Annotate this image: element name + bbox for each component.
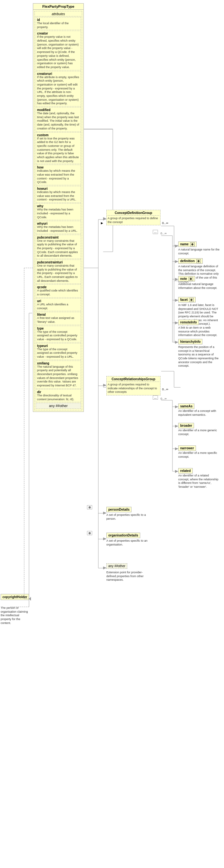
concept-relationships-group: 0...∞ ConceptRelationshipsGroup A group … bbox=[106, 376, 160, 396]
attr-xmllang-name: xmllang bbox=[37, 362, 80, 365]
attr-type: type The type of the concept assigned as… bbox=[36, 326, 81, 342]
crg-item-related-desc: An identifier of a related concept, wher… bbox=[178, 474, 220, 489]
cdg-expand-btn[interactable]: ... bbox=[153, 230, 158, 234]
any-other-bottom-desc: Extension point for provider-defined pro… bbox=[106, 571, 151, 582]
copyright-holder-box: copyrightHolder bbox=[1, 594, 29, 600]
copyright-holder-desc: The person or organisation claiming the … bbox=[1, 606, 29, 625]
attributes-section: attributes id The local identifier of th… bbox=[35, 11, 82, 410]
organisation-details-box: organisationDetails bbox=[106, 533, 140, 538]
attr-dir: dir The directionality of textual conten… bbox=[36, 389, 81, 402]
attr-literal-desc: A free-text value assigned as 'literary'… bbox=[37, 316, 80, 324]
cdg-item-hierarchyinfo: hierarchyInfo bbox=[178, 339, 202, 344]
attr-creatoruri-name: creatoruri bbox=[37, 72, 80, 75]
person-details-box: personDetails bbox=[106, 507, 132, 512]
cdg-item-definition: definition ⊕ bbox=[178, 258, 203, 264]
attr-how: how Indicates by which means the value w… bbox=[36, 165, 81, 185]
crg-item-narrower: narrower bbox=[178, 445, 196, 451]
crg-item-broader: broader bbox=[178, 423, 194, 428]
diagram-wrapper: FlexPartyPropType attributes id The loca… bbox=[0, 0, 224, 868]
crg-conn-mult: 0...∞ bbox=[160, 397, 166, 400]
attr-dir-name: dir bbox=[37, 390, 80, 394]
attr-creator-name: creator bbox=[37, 32, 80, 35]
attr-id-desc: The local identifier of the property. bbox=[37, 22, 80, 29]
svg-marker-67 bbox=[175, 245, 178, 248]
attr-howuri-name: howuri bbox=[37, 187, 80, 190]
attr-pubconstrainturi-desc: One or many constraints that apply to pu… bbox=[37, 264, 80, 283]
attr-creatoruri: creatoruri If the attribute is empty, sp… bbox=[36, 71, 81, 107]
svg-marker-61 bbox=[103, 217, 106, 220]
attr-howuri: howuri Indicates by which means the valu… bbox=[36, 186, 81, 203]
cdg-item-remoteinfo-desc: A link to an item or a web resource whic… bbox=[178, 326, 220, 337]
svg-marker-73 bbox=[175, 405, 178, 408]
crg-item-sameas: sameAs bbox=[178, 403, 194, 409]
attr-qcode-desc: A qualified code which identifies a conc… bbox=[37, 289, 80, 296]
cdg-item-hierarchyinfo-desc: Represents the position of a concept in … bbox=[178, 345, 220, 368]
cdg-item-name: name ⊕ bbox=[178, 242, 197, 247]
concept-definition-group: ▶ 0...∞ ConceptDefinitionGroup A group o… bbox=[106, 210, 160, 225]
cdg-desc: A group of properties required to define… bbox=[108, 217, 159, 224]
svg-marker-69 bbox=[175, 278, 178, 281]
attr-custom-name: custom bbox=[37, 133, 80, 137]
attr-any-other: any ##other bbox=[36, 403, 81, 409]
organisation-details-desc: A set of properties specific to an organ… bbox=[106, 539, 151, 547]
svg-marker-62 bbox=[103, 384, 106, 387]
attr-xmllang-desc: The natural language of this property an… bbox=[37, 365, 80, 388]
attr-creatoruri-desc: If the attribute is empty, specifies whi… bbox=[37, 75, 80, 106]
attr-why-desc: Why the metadata has been included - exp… bbox=[37, 208, 80, 219]
attr-modified: modified The date (and, optionally, the … bbox=[36, 107, 81, 131]
cdg-conn-mult: 0...∞ bbox=[160, 232, 166, 235]
attr-pubconstraint-name: pubconstraint bbox=[37, 236, 80, 239]
attr-uri: uri A URL which identifies a concept. bbox=[36, 298, 81, 311]
main-box: FlexPartyPropType attributes id The loca… bbox=[33, 3, 84, 412]
crg-item-narrower-desc: An identifier of a more specific concept… bbox=[178, 451, 220, 459]
attr-xmllang: xmllang The natural language of this pro… bbox=[36, 361, 81, 389]
svg-marker-72 bbox=[175, 341, 178, 344]
attr-why-name: why bbox=[37, 204, 80, 208]
attr-how-name: how bbox=[37, 165, 80, 169]
attr-whyuri-name: whyuri bbox=[37, 222, 80, 225]
person-expand-btn[interactable]: ⊕ bbox=[87, 505, 92, 509]
attr-literal: literal A free-text value assigned as 'l… bbox=[36, 312, 81, 325]
crg-item-sameas-desc: An identifier of a concept with equivale… bbox=[178, 409, 220, 417]
attr-howuri-desc: Indicates by which means the value was e… bbox=[37, 190, 80, 202]
attr-creator: creator If the property value is not def… bbox=[36, 31, 81, 70]
person-details-desc: A set of properties specific to a person… bbox=[106, 513, 151, 521]
attributes-label: attributes bbox=[35, 12, 81, 17]
main-box-title: FlexPartyPropType bbox=[33, 4, 83, 10]
attr-dir-desc: The directionality of textual content (e… bbox=[37, 394, 80, 401]
attr-whyuri-desc: Why the metadata has been included - exp… bbox=[37, 225, 80, 233]
attr-type-desc: The type of the concept assigned as cont… bbox=[37, 330, 80, 342]
svg-marker-70 bbox=[175, 299, 178, 302]
svg-marker-65 bbox=[103, 566, 106, 569]
cdg-item-facet: facet ⊕ bbox=[178, 297, 196, 303]
crg-expand-btn[interactable]: ... bbox=[153, 396, 158, 400]
attr-modified-name: modified bbox=[37, 108, 80, 112]
attr-custom: custom If set to true the property was a… bbox=[36, 132, 81, 164]
svg-marker-71 bbox=[175, 321, 178, 324]
attr-uri-name: uri bbox=[37, 299, 80, 303]
copyright-holder-name: copyrightHolder bbox=[2, 595, 27, 599]
any-other-bottom-box: any ##other bbox=[106, 563, 127, 569]
attr-pubconstrainturi: pubconstrainturi One or many constraints… bbox=[36, 259, 81, 284]
attr-why: why Why the metadata has been included -… bbox=[36, 204, 81, 220]
attr-how-desc: Indicates by which means the value was e… bbox=[37, 169, 80, 184]
cdg-name: ConceptDefinitionGroup bbox=[108, 211, 159, 216]
svg-marker-76 bbox=[175, 470, 178, 473]
attr-typeuri: typeuri The type of the concept assigned… bbox=[36, 343, 81, 360]
org-expand-btn[interactable]: ⊕ bbox=[87, 531, 92, 535]
cdg-mult-left: ▶ bbox=[101, 221, 103, 225]
svg-marker-68 bbox=[175, 260, 178, 263]
attr-id: id The local identifier of the property. bbox=[36, 17, 81, 30]
attr-literal-name: literal bbox=[37, 313, 80, 316]
attr-pubconstrainturi-name: pubconstrainturi bbox=[37, 260, 80, 264]
attr-modified-desc: The date (and, optionally, the time) whe… bbox=[37, 112, 80, 130]
attr-type-name: type bbox=[37, 327, 80, 330]
svg-marker-66 bbox=[29, 597, 31, 601]
svg-marker-63 bbox=[103, 512, 106, 515]
svg-marker-75 bbox=[175, 447, 178, 450]
crg-name: ConceptRelationshipsGroup bbox=[108, 377, 159, 382]
attr-pubconstraint: pubconstraint One or many constraints th… bbox=[36, 235, 81, 259]
attr-typeuri-name: typeuri bbox=[37, 344, 80, 348]
cdg-item-note: note ⊕ bbox=[178, 276, 195, 281]
attr-whyuri: whyuri Why the metadata has been include… bbox=[36, 221, 81, 234]
